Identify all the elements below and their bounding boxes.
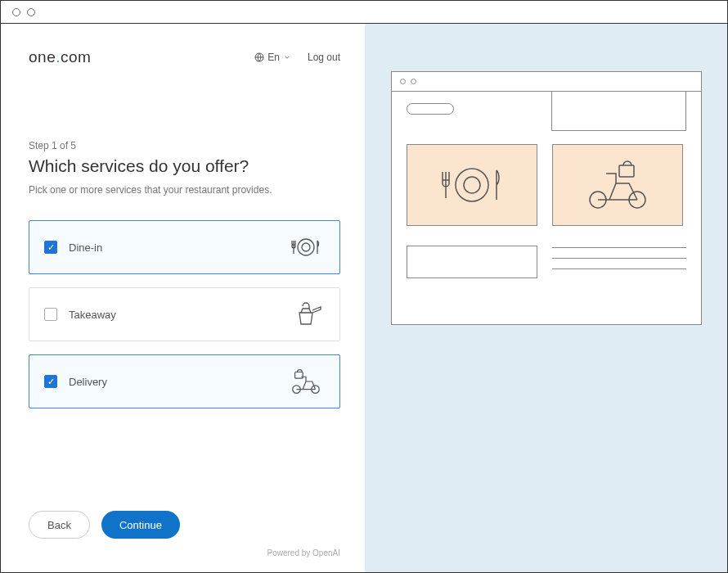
- continue-button[interactable]: Continue: [101, 511, 180, 539]
- brand-suffix: com: [61, 48, 91, 65]
- svg-rect-10: [619, 165, 634, 177]
- content-area: one.com En Log out Step 1 of 5 Which ser…: [1, 24, 727, 572]
- page-heading: Which services do you offer?: [29, 156, 340, 176]
- language-selector[interactable]: En: [254, 52, 291, 63]
- globe-icon: [254, 52, 264, 62]
- preview-titlebar: [392, 72, 701, 92]
- option-delivery[interactable]: ✓ Delivery: [29, 354, 340, 408]
- option-label: Dine-in: [69, 241, 102, 254]
- preview-body: [392, 92, 701, 324]
- svg-rect-5: [295, 372, 303, 379]
- delivery-icon: [287, 365, 325, 398]
- svg-point-7: [464, 177, 480, 193]
- option-left: ✓ Takeaway: [44, 308, 116, 321]
- preview-browser-mock: [391, 71, 702, 325]
- logout-link[interactable]: Log out: [308, 52, 340, 63]
- preview-pill-placeholder: [407, 103, 454, 115]
- dine-in-icon: [287, 231, 325, 264]
- svg-point-2: [302, 243, 310, 251]
- language-label: En: [267, 52, 280, 63]
- preview-line: [552, 247, 686, 248]
- checkbox[interactable]: ✓: [44, 375, 57, 388]
- window-control-dot[interactable]: [27, 8, 35, 16]
- checkbox[interactable]: ✓: [44, 308, 57, 321]
- preview-top-image-box: [551, 92, 686, 131]
- preview-line: [552, 258, 686, 259]
- page-subheading: Pick one or more services that your rest…: [29, 184, 340, 196]
- preview-text-lines: [552, 246, 686, 269]
- app-window: one.com En Log out Step 1 of 5 Which ser…: [0, 0, 728, 573]
- preview-dot: [411, 79, 416, 84]
- left-pane: one.com En Log out Step 1 of 5 Which ser…: [1, 24, 365, 572]
- preview-lower-box: [407, 246, 537, 278]
- step-label: Step 1 of 5: [29, 140, 340, 151]
- checkbox[interactable]: ✓: [44, 241, 57, 254]
- brand-logo[interactable]: one.com: [29, 48, 91, 66]
- option-left: ✓ Dine-in: [44, 241, 102, 254]
- option-takeaway[interactable]: ✓ Takeaway: [29, 287, 340, 341]
- window-control-dot[interactable]: [12, 8, 20, 16]
- svg-point-1: [298, 239, 314, 255]
- preview-tile-dine-in: [407, 144, 537, 226]
- footer: Back Continue Powered by OpenAI: [29, 511, 340, 557]
- delivery-icon: [578, 159, 657, 211]
- button-row: Back Continue: [29, 511, 340, 539]
- preview-tiles: [407, 144, 686, 226]
- option-dine-in[interactable]: ✓ Dine-in: [29, 220, 340, 274]
- back-button[interactable]: Back: [29, 511, 90, 539]
- dine-in-icon: [433, 160, 511, 210]
- header: one.com En Log out: [29, 48, 340, 66]
- preview-line: [552, 268, 686, 269]
- preview-dot: [400, 79, 406, 84]
- window-titlebar: [1, 1, 727, 24]
- check-icon: ✓: [47, 243, 55, 252]
- check-icon: ✓: [47, 377, 55, 386]
- takeaway-icon: [287, 298, 325, 331]
- preview-tile-delivery: [552, 144, 683, 226]
- option-left: ✓ Delivery: [44, 375, 107, 388]
- svg-point-6: [456, 169, 488, 201]
- option-label: Takeaway: [69, 309, 116, 321]
- right-pane: [365, 24, 727, 572]
- header-right: En Log out: [254, 52, 340, 63]
- powered-by-label: Powered by OpenAI: [29, 548, 340, 557]
- preview-lower: [407, 246, 686, 278]
- chevron-down-icon: [283, 53, 291, 61]
- option-label: Delivery: [69, 376, 107, 388]
- options-list: ✓ Dine-in ✓ Takeaway: [29, 220, 340, 408]
- brand-prefix: one: [29, 48, 56, 65]
